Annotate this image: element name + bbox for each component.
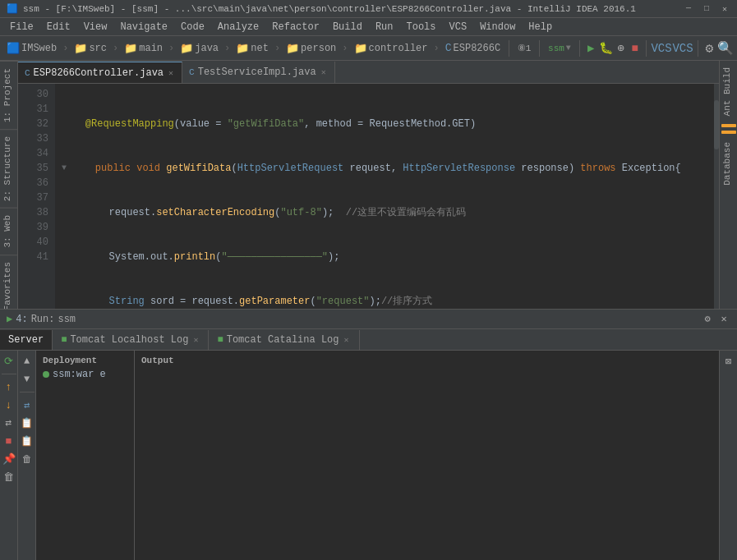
breadcrumb-main[interactable]: 📁 main bbox=[121, 40, 166, 57]
panel-close-button[interactable]: ✕ bbox=[717, 313, 730, 326]
settings-button[interactable]: ⚙ bbox=[703, 39, 716, 58]
menu-vcs[interactable]: VCS bbox=[443, 20, 474, 34]
toolbar-sep1 bbox=[509, 40, 509, 57]
panel-right-toolbar: ⊠ bbox=[719, 351, 737, 560]
tab-esp8266controller[interactable]: C ESP8266Controller.java ✕ bbox=[18, 62, 182, 83]
menu-tools[interactable]: Tools bbox=[400, 20, 443, 34]
menu-window[interactable]: Window bbox=[473, 20, 522, 34]
sidebar-favorites[interactable]: 4: Favorites bbox=[0, 255, 17, 309]
breadcrumb-java[interactable]: 📁 java bbox=[177, 40, 222, 57]
folder-icon-main: 📁 bbox=[124, 42, 137, 55]
output-copy-button[interactable]: 📋 bbox=[20, 415, 35, 430]
localhost-log-close[interactable]: ✕ bbox=[191, 334, 200, 346]
breadcrumb-person-label: person bbox=[301, 43, 336, 54]
output-filter-button[interactable]: ⇄ bbox=[20, 397, 35, 412]
localhost-icon: ■ bbox=[61, 334, 67, 346]
ssm-config[interactable]: ssm ▼ bbox=[545, 42, 574, 55]
breadcrumb-controller[interactable]: 📁 controller bbox=[351, 40, 431, 57]
run-label: 4: bbox=[16, 314, 27, 325]
deployment-header: Deployment bbox=[39, 354, 131, 367]
breadcrumb-java-label: java bbox=[195, 43, 219, 54]
stop-button[interactable]: ■ bbox=[629, 39, 641, 58]
breadcrumb-src[interactable]: 📁 src bbox=[71, 40, 110, 57]
maximize-button[interactable]: □ bbox=[701, 3, 712, 15]
minimize-button[interactable]: ─ bbox=[683, 3, 694, 15]
sidebar-database[interactable]: Database bbox=[720, 135, 737, 192]
panel-config-button[interactable]: ⇄ bbox=[2, 415, 16, 430]
left-sidebar: 1: Project 2: Structure 3: Web 4: Favori… bbox=[0, 61, 18, 309]
panel-toolbar-btn1[interactable]: ⊠ bbox=[721, 354, 736, 369]
panel-title: ▶ 4: Run: ssm bbox=[7, 313, 76, 325]
tab-label2: TestServiceImpl.java bbox=[198, 67, 316, 78]
panel-tab-catalina-log[interactable]: ■ Tomcat Catalina Log ✕ bbox=[209, 330, 359, 350]
menu-code[interactable]: Code bbox=[174, 20, 211, 34]
breadcrumb-esp[interactable]: C ESP8266C bbox=[442, 40, 504, 56]
deployment-pane: Deployment ssm:war e bbox=[36, 351, 135, 560]
menu-edit[interactable]: Edit bbox=[40, 20, 77, 34]
close-button[interactable]: ✕ bbox=[719, 3, 730, 15]
panel-settings-button[interactable]: ⚙ bbox=[701, 313, 714, 326]
breadcrumb-separator7: › bbox=[434, 43, 440, 54]
panel-tab-server[interactable]: Server bbox=[0, 330, 53, 350]
code-line-33: System.out.println("————————————————"); bbox=[62, 250, 707, 264]
breadcrumb-net[interactable]: 📁 net bbox=[233, 40, 272, 57]
catalina-log-close[interactable]: ✕ bbox=[343, 334, 351, 346]
editor-area: C ESP8266Controller.java ✕ C TestService… bbox=[18, 61, 719, 309]
code-line-32: request.setCharacterEncoding("utf-8"); /… bbox=[62, 205, 707, 220]
code-line-34: String sord = request.getParameter("requ… bbox=[62, 294, 707, 309]
search-everywhere-button[interactable]: 🔍 bbox=[717, 39, 734, 58]
panel-pin-button[interactable]: 📌 bbox=[2, 452, 16, 466]
debug-button[interactable]: 🐛 bbox=[599, 39, 613, 58]
server-tab-label: Server bbox=[8, 334, 44, 346]
ssm-dropdown: ▼ bbox=[566, 44, 571, 53]
breadcrumb-separator2: › bbox=[113, 43, 118, 54]
menu-help[interactable]: Help bbox=[522, 20, 559, 34]
java-icon: C bbox=[25, 68, 30, 78]
output-clear-button[interactable]: 🗑 bbox=[20, 452, 35, 466]
code-content[interactable]: @RequestMapping(value = "getWifiData", m… bbox=[55, 84, 714, 309]
menu-navigate[interactable]: Navigate bbox=[113, 20, 174, 34]
deployment-status-icon bbox=[43, 371, 49, 378]
panel-deploy-button[interactable]: ↓ bbox=[2, 397, 16, 412]
menu-refactor[interactable]: Refactor bbox=[265, 20, 326, 34]
java-file-icon: C bbox=[445, 42, 452, 54]
tab-close-esp[interactable]: ✕ bbox=[167, 67, 175, 79]
menu-file[interactable]: File bbox=[3, 20, 40, 34]
vcs-update-button[interactable]: VCS bbox=[652, 39, 671, 58]
sidebar-project[interactable]: 1: Project bbox=[0, 61, 17, 129]
panel-update-button[interactable]: ↑ bbox=[2, 379, 16, 394]
ssm-label: ssm bbox=[548, 44, 564, 53]
title-bar: 🟦 ssm - [F:\IMSweb] - [ssm] - ...\src\ma… bbox=[0, 0, 737, 18]
run-button[interactable]: ▶ bbox=[585, 39, 597, 58]
editor-tabs: C ESP8266Controller.java ✕ C TestService… bbox=[18, 61, 719, 84]
breadcrumb-separator5: › bbox=[274, 43, 280, 54]
output-wrap-button[interactable]: 📋 bbox=[20, 434, 35, 448]
breadcrumb-controller-label: controller bbox=[369, 43, 428, 54]
sidebar-structure[interactable]: 2: Structure bbox=[0, 129, 17, 208]
output-up-button[interactable]: ▲ bbox=[20, 354, 35, 369]
sidebar-web[interactable]: 3: Web bbox=[0, 208, 17, 255]
panel-tab-localhost-log[interactable]: ■ Tomcat Localhost Log ✕ bbox=[53, 330, 209, 350]
tab-testserviceimpl[interactable]: C TestServiceImpl.java ✕ bbox=[182, 62, 335, 83]
output-pane: Output bbox=[135, 351, 719, 560]
breadcrumb-person[interactable]: 📁 person bbox=[283, 40, 339, 57]
menu-build[interactable]: Build bbox=[326, 20, 369, 34]
panel-trash-button[interactable]: 🗑 bbox=[2, 470, 16, 484]
output-down-button[interactable]: ▼ bbox=[20, 372, 35, 387]
menu-analyze[interactable]: Analyze bbox=[211, 20, 265, 34]
sidebar-ant-build[interactable]: Ant Build bbox=[720, 61, 737, 122]
panel-restart-button[interactable]: ⟳ bbox=[2, 354, 16, 369]
localhost-tab-label: Tomcat Localhost Log bbox=[70, 334, 188, 346]
ant-indicator bbox=[721, 124, 736, 127]
output-header: Output bbox=[141, 354, 712, 367]
window-controls: ─ □ ✕ bbox=[683, 3, 730, 15]
coverage-button[interactable]: ⊕ bbox=[615, 39, 627, 58]
panel-stop-button[interactable]: ■ bbox=[2, 434, 16, 448]
menu-view[interactable]: View bbox=[77, 20, 114, 34]
breadcrumb-imsweb[interactable]: 🟦 IMSweb bbox=[3, 40, 60, 57]
tab-close-test[interactable]: ✕ bbox=[320, 67, 328, 78]
bottom-panel: ▶ 4: Run: ssm ⚙ ✕ Server ■ Tomcat Localh… bbox=[0, 309, 737, 560]
menu-run[interactable]: Run bbox=[369, 20, 400, 34]
deployment-item: ssm:war e bbox=[39, 367, 131, 382]
vcs-commit-button[interactable]: VCS bbox=[673, 39, 693, 58]
